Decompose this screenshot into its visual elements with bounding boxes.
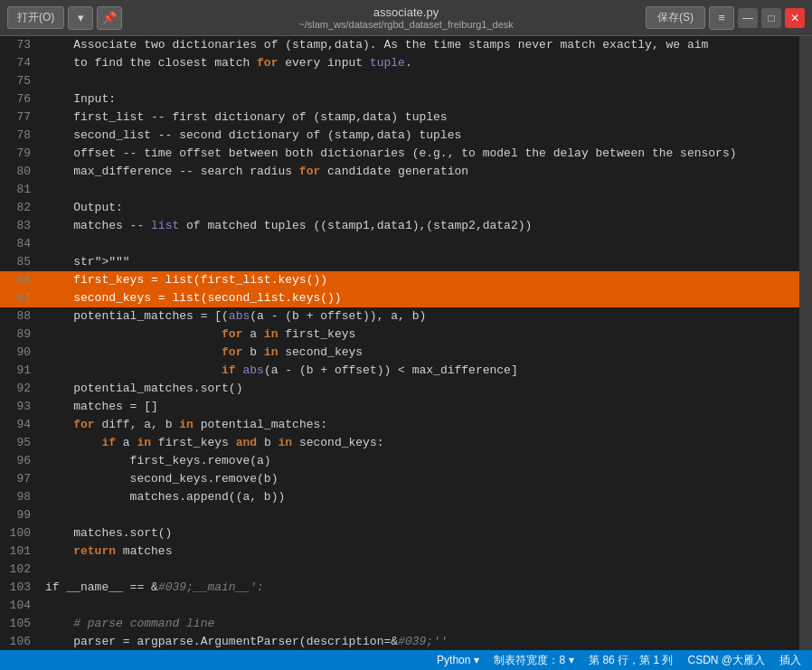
watermark-label: CSDN @大雁入	[687, 653, 765, 668]
line-number: 80	[0, 163, 38, 181]
line-number: 105	[0, 615, 38, 633]
line-number: 101	[0, 543, 38, 561]
save-button[interactable]: 保存(S)	[646, 6, 705, 29]
titlebar-center: associate.py ~/slam_ws/dataset/rgbd_data…	[298, 5, 514, 30]
code-line[interactable]: offset -- time offset between both dicti…	[38, 145, 799, 163]
code-line[interactable]	[38, 506, 799, 524]
line-number: 97	[0, 470, 38, 488]
code-line[interactable]	[38, 597, 799, 615]
line-number: 87	[0, 289, 38, 307]
line-number: 102	[0, 561, 38, 579]
code-line[interactable]: potential_matches.sort()	[38, 380, 799, 398]
code-line[interactable]: Associate two dictionaries of (stamp,dat…	[38, 36, 799, 54]
code-area[interactable]: Associate two dictionaries of (stamp,dat…	[38, 36, 799, 650]
code-line[interactable]: first_keys.remove(a)	[38, 452, 799, 470]
minimize-button[interactable]: —	[738, 8, 758, 28]
code-line[interactable]: matches = []	[38, 398, 799, 416]
code-line[interactable]: second_keys = list(second_list.keys())	[38, 289, 799, 307]
code-line[interactable]: to find the closest match for every inpu…	[38, 54, 799, 72]
line-number: 92	[0, 380, 38, 398]
maximize-button[interactable]: □	[761, 8, 781, 28]
language-label: Python	[437, 654, 470, 666]
code-line[interactable]: first_keys = list(first_list.keys())	[38, 271, 799, 289]
code-line[interactable]: if abs(a - (b + offset)) < max_differenc…	[38, 362, 799, 380]
line-number: 77	[0, 109, 38, 127]
line-number: 79	[0, 145, 38, 163]
code-line[interactable]: for a in first_keys	[38, 326, 799, 344]
line-number: 94	[0, 416, 38, 434]
line-number: 89	[0, 326, 38, 344]
code-line[interactable]	[38, 235, 799, 253]
line-number: 88	[0, 307, 38, 326]
line-number: 96	[0, 452, 38, 470]
code-line[interactable]: Input:	[38, 90, 799, 109]
line-number: 85	[0, 253, 38, 271]
line-numbers: 7374757677787980818283848586878889909192…	[0, 36, 38, 650]
titlebar-right: 保存(S) ≡ — □ ✕	[646, 6, 805, 30]
tab-width-label: 制表符宽度：8	[494, 653, 565, 668]
code-line[interactable]: # parse command line	[38, 615, 799, 633]
status-insert-mode: 插入	[779, 653, 801, 668]
code-line[interactable]	[38, 561, 799, 579]
menu-button[interactable]: ≡	[709, 6, 734, 30]
code-line[interactable]: second_keys.remove(b)	[38, 470, 799, 488]
code-line[interactable]: if __name__ == &#039;__main__':	[38, 579, 799, 597]
line-number: 95	[0, 434, 38, 452]
code-line[interactable]: for b in second_keys	[38, 344, 799, 362]
insert-mode-label: 插入	[779, 653, 801, 668]
status-position: 第 86 行，第 1 列	[589, 653, 673, 668]
position-label: 第 86 行，第 1 列	[589, 653, 673, 668]
line-number: 100	[0, 524, 38, 543]
line-number: 86	[0, 271, 38, 289]
line-number: 82	[0, 199, 38, 217]
open-dropdown-button[interactable]: ▾	[68, 6, 93, 30]
code-line[interactable]: return matches	[38, 543, 799, 561]
line-number: 81	[0, 181, 38, 199]
code-line[interactable]: max_difference -- search radius for cand…	[38, 163, 799, 181]
line-number: 74	[0, 54, 38, 72]
code-line[interactable]	[38, 181, 799, 199]
line-number: 103	[0, 579, 38, 597]
line-number: 73	[0, 36, 38, 54]
titlebar-left: 打开(O) ▾ 📌	[7, 6, 122, 30]
status-language[interactable]: Python ▾	[437, 654, 479, 666]
code-line[interactable]: first_list -- first dictionary of (stamp…	[38, 109, 799, 127]
line-number: 84	[0, 235, 38, 253]
editor: 7374757677787980818283848586878889909192…	[0, 36, 812, 650]
line-number: 106	[0, 633, 38, 650]
pin-button[interactable]: 📌	[97, 6, 122, 30]
language-arrow: ▾	[474, 654, 479, 666]
code-line[interactable]: if a in first_keys and b in second_keys:	[38, 434, 799, 452]
open-button[interactable]: 打开(O)	[7, 6, 64, 29]
code-line[interactable]: Output:	[38, 199, 799, 217]
close-button[interactable]: ✕	[785, 8, 805, 28]
scrollbar[interactable]	[799, 36, 812, 650]
line-number: 90	[0, 344, 38, 362]
line-number: 104	[0, 597, 38, 615]
tab-width-arrow: ▾	[569, 654, 574, 666]
code-line[interactable]: potential_matches = [(abs(a - (b + offse…	[38, 307, 799, 326]
status-watermark: CSDN @大雁入	[687, 653, 765, 668]
code-line[interactable]: matches -- list of matched tuples ((stam…	[38, 217, 799, 235]
status-tab-width: 制表符宽度：8 ▾	[494, 653, 574, 668]
code-line[interactable]: for diff, a, b in potential_matches:	[38, 416, 799, 434]
line-number: 93	[0, 398, 38, 416]
code-line[interactable]	[38, 72, 799, 90]
code-line[interactable]: parser = argparse.ArgumentParser(descrip…	[38, 633, 799, 650]
code-line[interactable]: matches.sort()	[38, 524, 799, 543]
line-number: 98	[0, 488, 38, 506]
line-number: 78	[0, 127, 38, 145]
statusbar: Python ▾ 制表符宽度：8 ▾ 第 86 行，第 1 列 CSDN @大雁…	[0, 650, 812, 670]
line-number: 75	[0, 72, 38, 90]
code-line[interactable]: second_list -- second dictionary of (sta…	[38, 127, 799, 145]
title-filename: associate.py	[373, 5, 439, 19]
line-number: 91	[0, 362, 38, 380]
line-number: 76	[0, 90, 38, 109]
line-number: 83	[0, 217, 38, 235]
titlebar: 打开(O) ▾ 📌 associate.py ~/slam_ws/dataset…	[0, 0, 812, 36]
title-path: ~/slam_ws/dataset/rgbd_dataset_freiburg1…	[298, 19, 514, 30]
code-line[interactable]: matches.append((a, b))	[38, 488, 799, 506]
code-line[interactable]: str">"""	[38, 253, 799, 271]
line-number: 99	[0, 506, 38, 524]
